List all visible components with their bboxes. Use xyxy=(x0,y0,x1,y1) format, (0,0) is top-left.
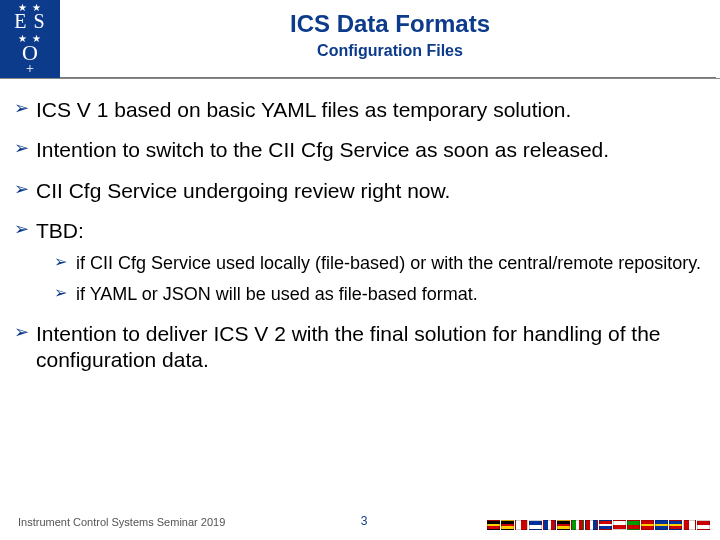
flag-icon xyxy=(697,520,710,530)
title-wrap: ICS Data Formats Configuration Files xyxy=(60,10,720,60)
flag-icon xyxy=(571,520,584,530)
sub-bullet-text: if CII Cfg Service used locally (file-ba… xyxy=(76,253,701,273)
sub-bullet-text: if YAML or JSON will be used as file-bas… xyxy=(76,284,478,304)
bullet-item: TBD: if CII Cfg Service used locally (fi… xyxy=(14,218,714,307)
sub-bullet-item: if CII Cfg Service used locally (file-ba… xyxy=(54,252,714,275)
flag-icon xyxy=(501,520,514,530)
slide-footer: Instrument Control Systems Seminar 2019 … xyxy=(18,510,710,530)
bullet-item: Intention to deliver ICS V 2 with the fi… xyxy=(14,321,714,374)
flag-icon xyxy=(529,520,542,530)
bullet-item: CII Cfg Service undergoing review right … xyxy=(14,178,714,204)
flag-icon xyxy=(669,520,682,530)
sub-bullet-list: if CII Cfg Service used locally (file-ba… xyxy=(36,252,714,307)
bullet-text: ICS V 1 based on basic YAML files as tem… xyxy=(36,98,571,121)
bullet-item: ICS V 1 based on basic YAML files as tem… xyxy=(14,97,714,123)
flag-icon xyxy=(557,520,570,530)
flag-icon xyxy=(613,520,626,530)
header-divider xyxy=(60,77,716,78)
slide-title: ICS Data Formats xyxy=(60,10,720,38)
flag-icon xyxy=(627,520,640,530)
bullet-text: Intention to deliver ICS V 2 with the fi… xyxy=(36,322,661,371)
bullet-text: Intention to switch to the CII Cfg Servi… xyxy=(36,138,609,161)
flag-strip xyxy=(487,520,710,530)
sub-bullet-item: if YAML or JSON will be used as file-bas… xyxy=(54,283,714,306)
bullet-text: TBD: xyxy=(36,219,84,242)
eso-logo: ★ ★ E S ★ ★ O + xyxy=(0,0,60,78)
flag-icon xyxy=(585,520,598,530)
footer-text: Instrument Control Systems Seminar 2019 xyxy=(18,516,225,528)
flag-icon xyxy=(599,520,612,530)
flag-icon xyxy=(655,520,668,530)
flag-icon xyxy=(487,520,500,530)
bullet-text: CII Cfg Service undergoing review right … xyxy=(36,179,450,202)
page-number: 3 xyxy=(361,514,368,528)
flag-icon xyxy=(515,520,528,530)
flag-icon xyxy=(641,520,654,530)
flag-icon xyxy=(683,520,696,530)
slide-subtitle: Configuration Files xyxy=(60,42,720,60)
bullet-item: Intention to switch to the CII Cfg Servi… xyxy=(14,137,714,163)
slide-header: ★ ★ E S ★ ★ O + ICS Data Formats Configu… xyxy=(0,0,720,79)
slide-content: ICS V 1 based on basic YAML files as tem… xyxy=(0,79,720,373)
logo-line1: E S xyxy=(0,11,60,31)
logo-plus: + xyxy=(0,64,60,74)
bullet-list: ICS V 1 based on basic YAML files as tem… xyxy=(14,97,714,373)
flag-icon xyxy=(543,520,556,530)
